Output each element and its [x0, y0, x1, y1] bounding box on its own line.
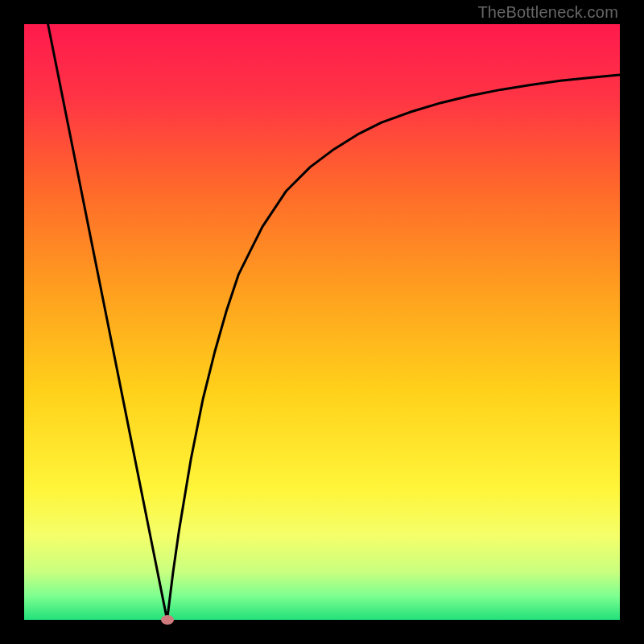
watermark-text: TheBottleneck.com	[477, 3, 618, 22]
chart-frame: TheBottleneck.com	[0, 0, 644, 644]
minimum-marker	[161, 615, 174, 625]
bottleneck-curve	[48, 24, 620, 620]
plot-area	[24, 24, 620, 620]
curve-layer	[24, 24, 620, 620]
